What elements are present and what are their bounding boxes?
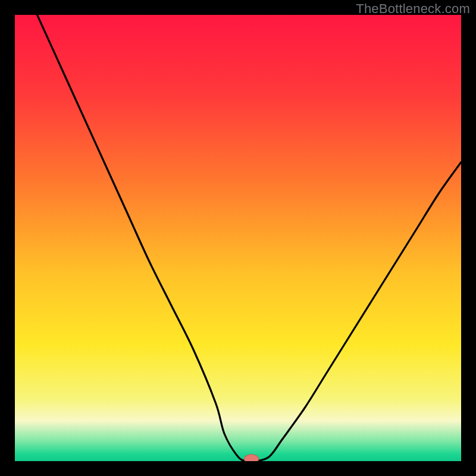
- minimum-marker: [245, 455, 259, 461]
- chart-frame: TheBottleneck.com: [0, 0, 476, 476]
- chart-plot: [15, 15, 461, 461]
- watermark-text: TheBottleneck.com: [356, 1, 470, 17]
- chart-background: [15, 15, 461, 461]
